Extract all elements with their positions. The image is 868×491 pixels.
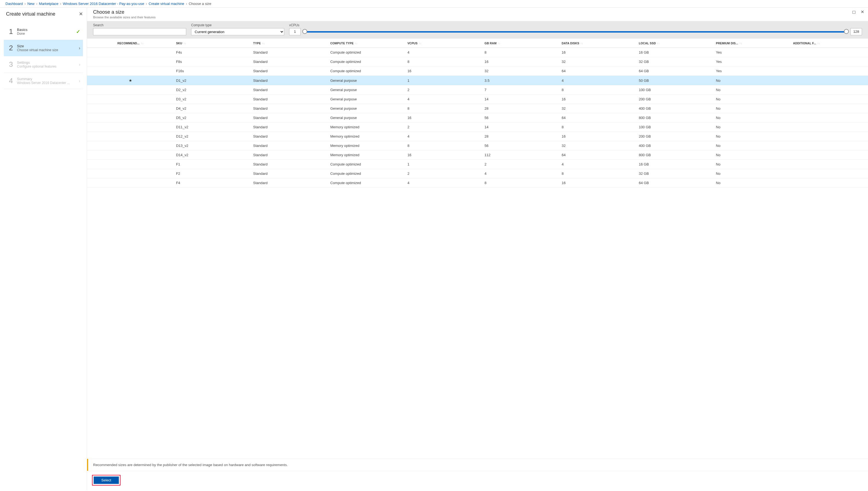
- column-header[interactable]: SKU↑↓: [174, 39, 251, 48]
- sort-icon[interactable]: ↑↓: [497, 42, 500, 45]
- recommended-cell: [87, 85, 174, 95]
- step-number: 4: [6, 77, 15, 85]
- table-row[interactable]: D12_v2StandardMemory optimized42816200 G…: [87, 132, 868, 141]
- slider-thumb-left[interactable]: [302, 29, 307, 34]
- table-row[interactable]: D4_v2StandardGeneral purpose82832400 GBN…: [87, 104, 868, 113]
- breadcrumb-link[interactable]: Dashboard: [5, 2, 23, 6]
- select-button-highlight: Select: [92, 475, 120, 486]
- cell: General purpose: [328, 113, 405, 122]
- table-row[interactable]: D5_v2StandardGeneral purpose165664800 GB…: [87, 113, 868, 122]
- cell: 2: [405, 122, 483, 132]
- slider-thumb-right[interactable]: [844, 29, 849, 34]
- sort-icon[interactable]: ↑↓: [355, 42, 357, 45]
- cell: Standard: [251, 104, 328, 113]
- breadcrumb-link[interactable]: Create virtual machine: [149, 2, 184, 6]
- cell: No: [714, 150, 791, 160]
- vcpu-min-box[interactable]: 1: [289, 28, 301, 35]
- cell: D4_v2: [174, 104, 251, 113]
- table-row[interactable]: D3_v2StandardGeneral purpose41416200 GBN…: [87, 95, 868, 104]
- column-header[interactable]: LOCAL SSD↑↓: [636, 39, 714, 48]
- step-title: Settings: [17, 60, 79, 64]
- sort-icon[interactable]: ↑↓: [817, 42, 820, 45]
- recommended-cell: [87, 48, 174, 57]
- step-subtitle: Configure optional features: [17, 64, 79, 68]
- table-row[interactable]: F4sStandardCompute optimized481616 GBYes: [87, 48, 868, 57]
- cell: 4: [560, 160, 636, 169]
- sort-icon[interactable]: ↑↓: [419, 42, 422, 45]
- cell: No: [714, 113, 791, 122]
- sort-icon[interactable]: ↑↓: [739, 42, 742, 45]
- column-header[interactable]: PREMIUM DIS...↑↓: [714, 39, 791, 48]
- cell: Yes: [714, 57, 791, 66]
- table-row[interactable]: ★D1_v2StandardGeneral purpose13.5450 GBN…: [87, 76, 868, 85]
- table-row[interactable]: F2StandardCompute optimized24832 GBNo: [87, 169, 868, 178]
- step-number: 1: [6, 27, 15, 36]
- wizard-step-size[interactable]: 2SizeChoose virtual machine size›: [4, 40, 83, 56]
- compute-type-select[interactable]: Current generation: [191, 28, 284, 35]
- cell: 16: [560, 48, 636, 57]
- close-icon[interactable]: ✕: [861, 9, 864, 14]
- cell: 100 GB: [636, 122, 714, 132]
- table-row[interactable]: D13_v2StandardMemory optimized85632400 G…: [87, 141, 868, 150]
- table-row[interactable]: F4StandardCompute optimized481664 GBNo: [87, 178, 868, 187]
- cell: 4: [405, 95, 483, 104]
- cell: Yes: [714, 66, 791, 76]
- column-header[interactable]: GB RAM↑↓: [483, 39, 560, 48]
- cell: General purpose: [328, 95, 405, 104]
- vcpu-max-box[interactable]: 128: [850, 28, 862, 35]
- step-number: 2: [6, 44, 15, 52]
- table-row[interactable]: F1StandardCompute optimized12416 GBNo: [87, 160, 868, 169]
- table-row[interactable]: D14_v2StandardMemory optimized1611264800…: [87, 150, 868, 160]
- column-header[interactable]: DATA DISKS↑↓: [560, 39, 636, 48]
- sort-icon[interactable]: ↑↓: [262, 42, 265, 45]
- cell: 14: [483, 122, 560, 132]
- cell: General purpose: [328, 76, 405, 85]
- cell: No: [714, 132, 791, 141]
- cell: Compute optimized: [328, 169, 405, 178]
- chevron-right-icon: ›: [79, 79, 80, 83]
- breadcrumb-link[interactable]: Marketplace: [39, 2, 58, 6]
- cell: 7: [483, 85, 560, 95]
- cell: 4: [560, 76, 636, 85]
- cell: Compute optimized: [328, 66, 405, 76]
- cell: 8: [405, 104, 483, 113]
- breadcrumb-link[interactable]: Windows Server 2016 Datacenter - Pay-as-…: [63, 2, 144, 6]
- column-header[interactable]: COMPUTE TYPE↑↓: [328, 39, 405, 48]
- cell: 8: [405, 141, 483, 150]
- cell: 1: [405, 76, 483, 85]
- cell: Standard: [251, 76, 328, 85]
- cell: 32: [560, 141, 636, 150]
- cell: 16 GB: [636, 48, 714, 57]
- sort-icon[interactable]: ↑↓: [580, 42, 583, 45]
- column-header[interactable]: TYPE↑↓: [251, 39, 328, 48]
- close-icon[interactable]: ✕: [78, 10, 84, 18]
- cell: 4: [405, 178, 483, 187]
- breadcrumb-link[interactable]: New: [27, 2, 34, 6]
- sort-icon[interactable]: ↑↓: [184, 42, 186, 45]
- cell: Standard: [251, 122, 328, 132]
- filters-bar: Search Compute type Current generation v…: [87, 21, 868, 38]
- table-row[interactable]: D2_v2StandardGeneral purpose278100 GBNo: [87, 85, 868, 95]
- cell: D2_v2: [174, 85, 251, 95]
- cell: D1_v2: [174, 76, 251, 85]
- column-header[interactable]: VCPUS↑↓: [405, 39, 483, 48]
- search-input[interactable]: [93, 28, 186, 35]
- table-row[interactable]: F8sStandardCompute optimized8163232 GBYe…: [87, 57, 868, 66]
- sort-icon[interactable]: ↑↓: [657, 42, 660, 45]
- cell: [791, 150, 868, 160]
- cell: 32: [560, 104, 636, 113]
- cell: 16: [405, 66, 483, 76]
- cell: F8s: [174, 57, 251, 66]
- cell: 64: [560, 66, 636, 76]
- wizard-step-basics[interactable]: 1BasicsDone✓: [4, 24, 83, 40]
- column-header[interactable]: ADDITIONAL F...↑↓: [791, 39, 868, 48]
- select-button[interactable]: Select: [93, 476, 119, 484]
- table-row[interactable]: D11_v2StandardMemory optimized2148100 GB…: [87, 122, 868, 132]
- sort-icon[interactable]: ↑↓: [141, 42, 143, 45]
- column-header[interactable]: RECOMMEND...↑↓: [87, 39, 174, 48]
- maximize-icon[interactable]: ◻: [852, 9, 856, 14]
- wizard-panel: Create virtual machine ✕ 1BasicsDone✓2Si…: [0, 8, 87, 490]
- table-row[interactable]: F16sStandardCompute optimized16326464 GB…: [87, 66, 868, 76]
- cell: 8: [560, 85, 636, 95]
- vcpu-slider[interactable]: [303, 28, 848, 35]
